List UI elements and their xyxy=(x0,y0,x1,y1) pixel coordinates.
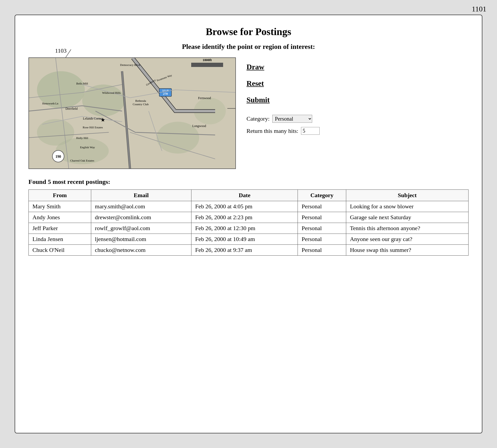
cell-email: mary.smith@aol.com xyxy=(91,201,191,212)
svg-text:Longwood: Longwood xyxy=(192,124,206,128)
svg-text:Country Club: Country Club xyxy=(133,103,149,106)
table-row: Andy Jonesdrewster@comlink.comFeb 26, 20… xyxy=(29,212,469,223)
main-panel: Browse for Postings Please identify the … xyxy=(15,15,482,433)
cell-subject: Tennis this afternoon anyone? xyxy=(346,223,468,234)
category-label: Category: xyxy=(247,115,270,122)
draw-link[interactable]: Draw xyxy=(247,63,469,71)
cell-from: Mary Smith xyxy=(29,201,91,212)
svg-text:English Way: English Way xyxy=(80,146,95,149)
hits-row: Return this many hits: xyxy=(247,127,469,135)
col-header-subject: Subject xyxy=(346,190,468,201)
category-select[interactable]: Personal Business Community xyxy=(272,115,312,123)
page-title: Browse for Postings xyxy=(28,26,469,37)
svg-text:Deerfield: Deerfield xyxy=(65,107,77,111)
svg-text:Fernwood: Fernwood xyxy=(198,96,211,100)
cell-email: ljensen@hotmail.com xyxy=(91,234,191,245)
reset-link[interactable]: Reset xyxy=(247,79,469,88)
svg-point-3 xyxy=(82,84,125,116)
cell-category: Personal xyxy=(298,223,346,234)
cell-category: Personal xyxy=(298,201,346,212)
col-header-email: Email xyxy=(91,190,191,201)
cell-date: Feb 26, 2000 at 9:37 am xyxy=(191,245,298,256)
table-row: Jeff Parkerrowlf_growlf@aol.comFeb 26, 2… xyxy=(29,223,469,234)
svg-text:Democracy Blvd: Democracy Blvd xyxy=(120,63,140,66)
hits-input[interactable] xyxy=(301,127,320,135)
cell-email: rowlf_growlf@aol.com xyxy=(91,223,191,234)
table-row: Mary Smithmary.smith@aol.comFeb 26, 2000… xyxy=(29,201,469,212)
cell-subject: House swap this summer? xyxy=(346,245,468,256)
svg-text:Rose Hill Estates: Rose Hill Estates xyxy=(83,126,103,129)
cell-subject: Looking for a snow blower xyxy=(346,201,468,212)
submit-link[interactable]: Submit xyxy=(247,96,469,104)
cell-date: Feb 26, 2000 at 4:05 pm xyxy=(191,201,298,212)
results-table: From Email Date Category Subject Mary Sm… xyxy=(28,189,469,256)
cell-date: Feb 26, 2000 at 12:30 pm xyxy=(191,223,298,234)
cell-subject: Garage sale next Saturday xyxy=(346,212,468,223)
svg-text:1800ft: 1800ft xyxy=(203,58,212,62)
category-row: Category: Personal Business Community xyxy=(247,115,469,123)
hits-label: Return this many hits: xyxy=(247,128,298,134)
cell-from: Linda Jensen xyxy=(29,234,91,245)
cell-subject: Anyone seen our gray cat? xyxy=(346,234,468,245)
map-container[interactable]: 190 SPUR 270 ★ xyxy=(28,57,236,169)
page-number-label: 1101 xyxy=(472,5,486,13)
svg-text:Holly Hill: Holly Hill xyxy=(76,136,88,140)
table-row: Chuck O'Neilchucko@netnow.comFeb 26, 200… xyxy=(29,245,469,256)
cell-category: Personal xyxy=(298,212,346,223)
content-area: 1103 xyxy=(28,57,469,169)
results-title: Found 5 most recent postings: xyxy=(28,178,469,185)
sidebar-controls: Category: Personal Business Community Re… xyxy=(247,115,469,135)
cell-from: Chuck O'Neil xyxy=(29,245,91,256)
svg-text:270: 270 xyxy=(163,92,168,96)
col-header-category: Category xyxy=(298,190,346,201)
results-section: Found 5 most recent postings: From Email… xyxy=(28,178,469,256)
svg-rect-14 xyxy=(191,63,223,67)
cell-category: Personal xyxy=(298,234,346,245)
svg-text:Wildwood Hills: Wildwood Hills xyxy=(102,91,121,94)
cell-from: Andy Jones xyxy=(29,212,91,223)
svg-text:Charred Oak Estates: Charred Oak Estates xyxy=(70,159,94,162)
cell-date: Feb 26, 2000 at 10:49 am xyxy=(191,234,298,245)
col-header-from: From xyxy=(29,190,91,201)
col-header-date: Date xyxy=(191,190,298,201)
cell-email: drewster@comlink.com xyxy=(91,212,191,223)
map-svg: 190 SPUR 270 ★ xyxy=(29,58,236,169)
svg-text:Bethesda: Bethesda xyxy=(135,99,146,102)
cell-from: Jeff Parker xyxy=(29,223,91,234)
svg-text:Bells Mill: Bells Mill xyxy=(76,82,88,85)
svg-text:Hemsworth Ln: Hemsworth Ln xyxy=(42,102,58,105)
page-subtitle: Please identify the point or region of i… xyxy=(28,43,469,51)
annotation-arrow-1105 xyxy=(227,107,236,112)
svg-text:Lelands Corner: Lelands Corner xyxy=(83,117,103,120)
cell-category: Personal xyxy=(298,245,346,256)
cell-email: chucko@netnow.com xyxy=(91,245,191,256)
cell-date: Feb 26, 2000 at 2:23 pm xyxy=(191,212,298,223)
table-row: Linda Jensenljensen@hotmail.comFeb 26, 2… xyxy=(29,234,469,245)
sidebar: Draw Reset Submit Category: Personal Bus… xyxy=(247,57,469,169)
svg-text:190: 190 xyxy=(56,155,61,159)
